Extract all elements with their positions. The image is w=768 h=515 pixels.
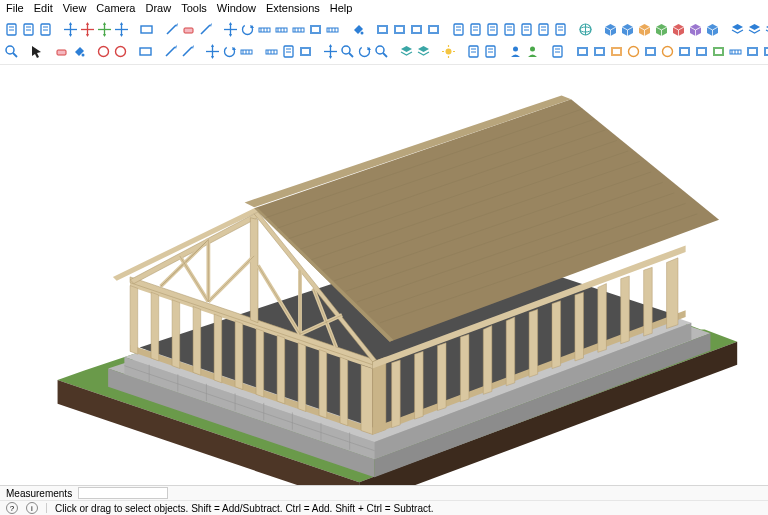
framing-tool[interactable] [677,42,692,60]
iso-view[interactable] [603,20,618,38]
doc-a[interactable] [468,20,483,38]
svg-line-155 [383,53,387,57]
scenes[interactable] [483,42,498,60]
pan-tool[interactable] [323,42,338,60]
rotate-tool[interactable] [240,20,255,38]
cube-blue[interactable] [620,20,635,38]
scale-2[interactable] [239,42,254,60]
svg-rect-145 [302,49,309,54]
cube-orange[interactable] [637,20,652,38]
layers-stack[interactable] [399,42,414,60]
zoom-extents[interactable] [374,42,389,60]
move-2[interactable] [205,42,220,60]
paint-bucket[interactable] [350,20,365,38]
paint-2[interactable] [71,42,86,60]
cube-green[interactable] [654,20,669,38]
beam-tool[interactable] [609,42,624,60]
zoom-tool[interactable] [340,42,355,60]
menu-window[interactable]: Window [217,2,256,14]
push-pull[interactable] [163,42,178,60]
shadow-3[interactable] [409,20,424,38]
model-viewport[interactable] [0,65,768,485]
menu-help[interactable]: Help [330,2,353,14]
layers-stack-2[interactable] [416,42,431,60]
view-tool[interactable] [762,42,768,60]
floor-tool[interactable] [660,42,675,60]
svg-rect-187 [698,49,705,54]
layer-b[interactable] [747,20,762,38]
warehouse-icon[interactable] [550,42,565,60]
layer-a[interactable] [730,20,745,38]
doc-edit[interactable] [281,42,296,60]
measurements-input[interactable] [78,487,168,499]
text-tool[interactable] [308,20,323,38]
doc-d[interactable] [519,20,534,38]
move-tool[interactable] [63,20,78,38]
open-doc[interactable] [21,20,36,38]
menu-draw[interactable]: Draw [145,2,171,14]
truss-tool[interactable] [694,42,709,60]
dimension-tool[interactable] [325,20,340,38]
shadow-2[interactable] [392,20,407,38]
rect-2[interactable] [138,42,153,60]
line-tool[interactable] [164,20,179,38]
cladding-tool[interactable] [711,42,726,60]
cube-purple[interactable] [688,20,703,38]
corner-post [373,357,386,434]
shadow-4[interactable] [426,20,441,38]
wall-tool[interactable] [575,42,590,60]
tape-tool[interactable] [274,20,289,38]
scale-tool[interactable] [257,20,272,38]
info-button[interactable]: i [26,502,38,514]
menu-tools[interactable]: Tools [181,2,207,14]
blue-axis[interactable] [114,20,129,38]
save-doc[interactable] [38,20,53,38]
layer-c[interactable] [764,20,768,38]
doc-e[interactable] [536,20,551,38]
redo[interactable] [113,42,128,60]
add-person[interactable] [525,42,540,60]
doc-f[interactable] [553,20,568,38]
orbit-tool[interactable] [357,42,372,60]
doc-c[interactable] [502,20,517,38]
help-button[interactable]: ? [6,502,18,514]
eraser-tool[interactable] [181,20,196,38]
column-tool[interactable] [592,42,607,60]
section-tool[interactable] [745,42,760,60]
protractor[interactable] [291,20,306,38]
tape-2[interactable] [264,42,279,60]
cube-cyan[interactable] [705,20,720,38]
select-tool[interactable] [29,42,44,60]
slab-tool[interactable] [643,42,658,60]
move-crosshair[interactable] [223,20,238,38]
menu-extensions[interactable]: Extensions [266,2,320,14]
copy-doc[interactable] [451,20,466,38]
shadow-1[interactable] [375,20,390,38]
cube-red[interactable] [671,20,686,38]
search-tool[interactable] [4,42,19,60]
globe-tool[interactable] [578,20,593,38]
menu-edit[interactable]: Edit [34,2,53,14]
rectangle-tool[interactable] [139,20,154,38]
outliner[interactable] [466,42,481,60]
sun-icon[interactable] [441,42,456,60]
svg-marker-156 [401,46,412,52]
section-plane[interactable] [298,42,313,60]
rotate-2[interactable] [222,42,237,60]
roof-tool[interactable] [626,42,641,60]
pencil[interactable] [180,42,195,60]
offset-tool[interactable] [198,20,213,38]
eraser-2[interactable] [54,42,69,60]
menu-camera[interactable]: Camera [96,2,135,14]
green-axis[interactable] [97,20,112,38]
ruler-tool[interactable] [728,42,743,60]
red-axis[interactable] [80,20,95,38]
doc-b[interactable] [485,20,500,38]
svg-marker-157 [418,46,429,52]
undo[interactable] [96,42,111,60]
new-doc[interactable] [4,20,19,38]
person-icon[interactable] [508,42,523,60]
svg-marker-239 [483,326,492,395]
menu-view[interactable]: View [63,2,87,14]
menu-file[interactable]: File [6,2,24,14]
